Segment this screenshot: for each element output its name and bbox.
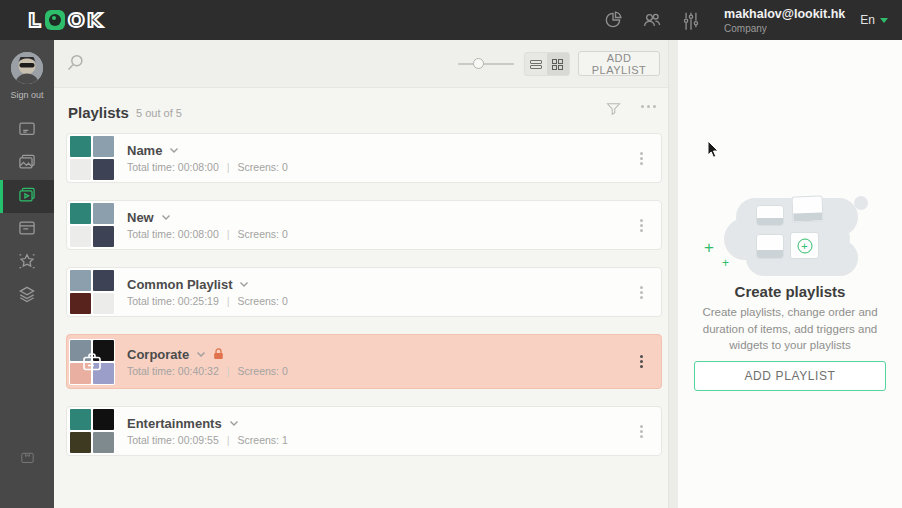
playlist-row-name[interactable]: Name Total time:00:08:00 | Screens:0 bbox=[66, 133, 662, 183]
sidebar-item-playlists[interactable] bbox=[0, 180, 54, 213]
slider-track[interactable] bbox=[458, 63, 514, 65]
decoration-dot bbox=[854, 196, 868, 210]
playlist-thumbnail bbox=[69, 135, 115, 181]
logo-letter: L bbox=[28, 10, 42, 30]
briefcase-overlay-icon bbox=[69, 339, 115, 385]
illustration-card bbox=[756, 234, 784, 259]
sidebar-item-screens[interactable] bbox=[0, 114, 54, 147]
sidebar-item-schedule[interactable] bbox=[0, 213, 54, 246]
archive-icon bbox=[19, 449, 36, 470]
grid-view-icon bbox=[552, 59, 565, 70]
chevron-down-icon[interactable] bbox=[239, 281, 249, 288]
row-menu-button[interactable] bbox=[636, 351, 647, 372]
app-logo[interactable]: L O K bbox=[28, 10, 103, 30]
logo-camera-icon bbox=[45, 10, 65, 30]
account-menu[interactable]: makhalov@lookit.hk Company bbox=[724, 7, 845, 34]
filter-button[interactable] bbox=[602, 100, 624, 122]
sidebar-item-widgets[interactable] bbox=[0, 246, 54, 279]
avatar[interactable] bbox=[11, 52, 43, 84]
sign-out-control[interactable]: Sign out bbox=[0, 52, 54, 100]
panel-title: Create playlists bbox=[678, 283, 902, 300]
playlist-name: Common Playlist bbox=[127, 277, 232, 292]
playlists-illustration: + + + bbox=[678, 190, 902, 282]
company-name: Company bbox=[724, 23, 845, 34]
toolbar: ADD PLAYLIST bbox=[54, 40, 668, 88]
playlist-row-common-playlist[interactable]: Common Playlist Total time:00:25:19 | Sc… bbox=[66, 267, 662, 317]
sidebar-archive-button[interactable] bbox=[0, 449, 54, 470]
playlists-icon bbox=[17, 185, 37, 209]
view-toggle bbox=[524, 52, 570, 76]
decoration-plus-icon: + bbox=[704, 238, 714, 258]
playlist-row-entertainments[interactable]: Entertainments Total time:00:09:55 | Scr… bbox=[66, 406, 662, 456]
grid-view-button[interactable] bbox=[547, 53, 569, 75]
row-menu-button[interactable] bbox=[636, 282, 647, 303]
layers-icon bbox=[17, 284, 37, 308]
playlist-count: 5 out of 5 bbox=[136, 107, 182, 119]
list-view-button[interactable] bbox=[525, 53, 547, 75]
more-options-button[interactable] bbox=[641, 105, 656, 108]
language-selector[interactable]: En bbox=[860, 13, 888, 27]
add-playlist-panel-button[interactable]: ADD PLAYLIST bbox=[694, 361, 886, 391]
chevron-down-icon[interactable] bbox=[229, 420, 239, 427]
scrollbar-track[interactable] bbox=[668, 40, 678, 508]
playlist-name: Entertainments bbox=[127, 416, 222, 431]
plus-circle-icon: + bbox=[797, 238, 812, 253]
panel-description: Create playlists, change order and durat… bbox=[678, 304, 902, 354]
search-button[interactable] bbox=[62, 52, 88, 78]
playlist-meta: Total time:00:25:19 | Screens:0 bbox=[127, 295, 288, 307]
page-title: Playlists bbox=[68, 104, 129, 121]
slider-knob[interactable] bbox=[473, 58, 484, 69]
playlist-name: Corporate bbox=[127, 347, 189, 362]
illustration-card bbox=[792, 195, 824, 222]
decoration-plus-icon: + bbox=[722, 256, 729, 270]
playlist-meta: Total time:00:08:00 | Screens:0 bbox=[127, 228, 288, 240]
language-label: En bbox=[860, 13, 875, 27]
playlist-thumbnail bbox=[69, 269, 115, 315]
search-icon bbox=[64, 52, 86, 78]
chevron-down-icon[interactable] bbox=[196, 351, 206, 358]
list-view-icon bbox=[530, 59, 542, 70]
filter-funnel-icon bbox=[604, 100, 623, 122]
user-email: makhalov@lookit.hk bbox=[724, 7, 845, 21]
playlist-name: Name bbox=[127, 143, 162, 158]
sidebar-item-layers[interactable] bbox=[0, 279, 54, 312]
illustration-add-card: + bbox=[790, 232, 819, 259]
top-bar: L O K makhalov@lookit.hk Company En bbox=[0, 0, 902, 40]
sign-out-label: Sign out bbox=[10, 90, 43, 100]
row-menu-button[interactable] bbox=[636, 148, 647, 169]
logo-letter: K bbox=[87, 10, 104, 30]
screens-icon bbox=[17, 119, 37, 143]
playlist-thumbnail bbox=[69, 339, 115, 385]
playlist-name: New bbox=[127, 210, 154, 225]
chevron-down-icon[interactable] bbox=[169, 147, 179, 154]
schedule-icon bbox=[17, 218, 37, 242]
chevron-down-icon bbox=[880, 18, 888, 23]
statistics-pie-chart-icon[interactable] bbox=[601, 8, 625, 32]
mouse-cursor bbox=[707, 140, 720, 163]
sidebar-item-media[interactable] bbox=[0, 147, 54, 180]
media-icon bbox=[17, 152, 37, 176]
playlist-thumbnail bbox=[69, 202, 115, 248]
list-header: Playlists 5 out of 5 bbox=[54, 88, 668, 133]
playlist-row-corporate[interactable]: Corporate Total time:00:40:32 | Screens:… bbox=[66, 334, 662, 389]
sidebar-nav bbox=[0, 114, 54, 312]
chevron-down-icon[interactable] bbox=[161, 214, 171, 221]
row-menu-button[interactable] bbox=[636, 215, 647, 236]
lock-icon bbox=[213, 348, 224, 360]
playlist-row-new[interactable]: New Total time:00:08:00 | Screens:0 bbox=[66, 200, 662, 250]
playlist-thumbnail bbox=[69, 408, 115, 454]
playlist-meta: Total time:00:09:55 | Screens:1 bbox=[127, 434, 288, 446]
filters-sliders-icon[interactable] bbox=[679, 8, 703, 32]
add-playlist-button[interactable]: ADD PLAYLIST bbox=[578, 51, 660, 76]
create-playlists-panel: + + + Create playlists Create playlists,… bbox=[678, 40, 902, 508]
widgets-icon bbox=[17, 251, 37, 275]
logo-letter: O bbox=[68, 10, 86, 30]
playlist-meta: Total time:00:08:00 | Screens:0 bbox=[127, 161, 288, 173]
illustration-card bbox=[756, 205, 784, 226]
playlist-meta: Total time:00:40:32 | Screens:0 bbox=[127, 365, 288, 377]
playlists-main-area: ADD PLAYLIST Playlists 5 out of 5 Name T… bbox=[54, 40, 678, 508]
users-icon[interactable] bbox=[640, 8, 664, 32]
sidebar: Sign out bbox=[0, 40, 54, 508]
row-menu-button[interactable] bbox=[636, 421, 647, 442]
